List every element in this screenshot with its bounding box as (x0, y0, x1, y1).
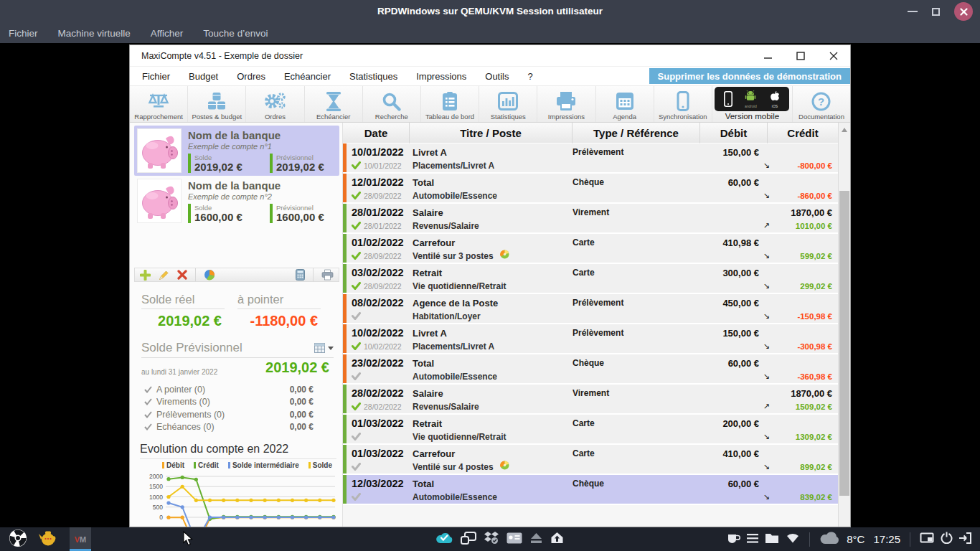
toolbar-rapprochement[interactable]: Rapprochement (130, 86, 188, 122)
transaction-row[interactable]: 10/02/2022 10/02/2022 Livret A Placement… (343, 324, 838, 354)
vm-menu-machine-virtuelle[interactable]: Machine virtuelle (58, 28, 131, 39)
clock-label[interactable]: 17:25 (873, 533, 900, 545)
toolbar-impressions[interactable]: Impressions (537, 86, 595, 122)
pointed-check-icon[interactable] (352, 280, 361, 293)
transaction-row[interactable]: 28/01/2022 28/01/2022 Salaire Revenus/Sa… (343, 204, 838, 234)
weather-cloud-icon[interactable] (819, 531, 840, 547)
column-header-type[interactable]: Type / Référence (573, 123, 700, 143)
pointed-check-icon[interactable] (352, 370, 361, 383)
print-button[interactable] (321, 269, 334, 281)
toolbar-tableau-de-bord[interactable]: Tableau de bord (421, 86, 479, 122)
virt-manager-taskbar-item[interactable]: VM (70, 527, 91, 551)
column-header-date[interactable]: Date (343, 123, 410, 143)
menu-fichier[interactable]: Fichier (133, 71, 179, 82)
transaction-row[interactable]: 12/01/2022 28/09/2022 Total Automobile/E… (343, 174, 838, 204)
add-account-button[interactable] (140, 270, 151, 281)
transaction-row[interactable]: 01/03/2022 Retrait Vie quotidienne/Retra… (343, 415, 838, 445)
app-titlebar[interactable]: MaxiCompte v4.51 - Exemple de dossier (130, 45, 850, 67)
menu-aide[interactable]: ? (519, 71, 542, 82)
repartition-button[interactable] (204, 269, 215, 281)
svg-text:500: 500 (153, 504, 163, 511)
pointed-check-icon[interactable] (352, 159, 361, 172)
vm-menu-touche-envoi[interactable]: Touche d’envoi (203, 28, 268, 39)
vm-menu-fichier[interactable]: Fichier (9, 28, 38, 39)
toolbar-statistiques[interactable]: Statistiques (479, 86, 537, 122)
column-header-credit[interactable]: Crédit (768, 123, 838, 143)
account-name: Nom de la banque (188, 129, 341, 141)
transaction-row[interactable]: 10/01/2022 10/01/2022 Livret A Placement… (343, 143, 838, 174)
menu-budget[interactable]: Budget (179, 71, 227, 82)
transaction-row[interactable]: 01/02/2022 28/09/2022 Carrefour Ventilé … (343, 234, 838, 264)
displays-tray-icon[interactable] (461, 532, 476, 547)
toolbar-version-mobile[interactable]: android iOS Version mobile (712, 86, 793, 122)
column-header-titre[interactable]: Titre / Poste (410, 123, 573, 143)
date-picker-button[interactable] (314, 343, 334, 353)
power-icon[interactable] (941, 532, 953, 547)
toolbar-ordres[interactable]: Ordres (246, 86, 304, 122)
delete-demo-data-button[interactable]: Supprimer les données de démonstration (649, 68, 850, 84)
pointed-check-icon[interactable] (352, 220, 361, 232)
utilities-teapot-icon[interactable] (39, 530, 58, 549)
pointed-check-icon[interactable] (352, 310, 361, 323)
menu-impressions[interactable]: Impressions (407, 71, 476, 82)
toolbar-echeancier[interactable]: Echéancier (305, 86, 363, 122)
eject-tray-icon[interactable] (530, 532, 542, 547)
panel-settings-icon[interactable] (920, 532, 934, 546)
coffee-tray-icon[interactable] (727, 533, 740, 546)
pointed-check-icon[interactable] (352, 400, 361, 413)
menu-ordres[interactable]: Ordres (227, 71, 275, 82)
toolbar-postes-budget[interactable]: Postes & budget (188, 86, 246, 122)
pointed-check-icon[interactable] (352, 340, 361, 353)
menu-statistiques[interactable]: Statistiques (340, 71, 407, 82)
contact-card-tray-icon[interactable] (507, 532, 522, 547)
solde-previsionnel-label: Solde Prévisionnel (141, 341, 314, 355)
transaction-row[interactable]: 03/02/2022 28/09/2022 Retrait Vie quotid… (343, 264, 838, 294)
home-upload-tray-icon[interactable] (550, 532, 564, 547)
transaction-type: Chèque (573, 354, 700, 383)
scrollbar-thumb[interactable] (839, 191, 849, 496)
toolbar-synchronisation[interactable]: Synchronisation (654, 86, 712, 122)
pointed-check-icon[interactable] (352, 250, 361, 263)
toolbar-recherche[interactable]: Recherche (363, 86, 421, 122)
account-item-2[interactable]: Nom de la banque Exemple de compte n°2 S… (134, 176, 339, 226)
scroll-up-arrow[interactable] (842, 128, 847, 132)
account-item-1[interactable]: Nom de la banque Exemple de compte n°1 S… (134, 126, 339, 176)
transaction-row[interactable]: 28/02/2022 28/02/2022 Salaire Revenus/Sa… (343, 385, 838, 415)
wifi-tray-icon[interactable] (786, 532, 800, 546)
transaction-date: 10/02/2022 (352, 327, 410, 339)
app-close-button[interactable] (817, 45, 850, 67)
column-header-debit[interactable]: Débit (700, 123, 768, 143)
table-scrollbar[interactable] (838, 123, 850, 527)
toolbar-documentation[interactable]: ? Documentation (793, 86, 850, 122)
toolbar-agenda[interactable]: Agenda (596, 86, 654, 122)
pointed-check-icon[interactable] (352, 461, 361, 474)
transaction-row[interactable]: 12/03/2022 Total Automobile/Essence (343, 475, 838, 505)
app-launcher-icon[interactable] (9, 529, 27, 550)
transaction-row[interactable]: 08/02/2022 Agence de la Poste Habitation… (343, 294, 838, 324)
app-maximize-button[interactable] (784, 45, 817, 67)
logout-icon[interactable] (959, 532, 971, 547)
app-minimize-button[interactable] (751, 45, 784, 67)
delete-account-button[interactable] (177, 270, 187, 280)
cloud-sync-tray-icon[interactable] (435, 532, 453, 547)
pointed-check-icon[interactable] (352, 189, 361, 202)
vm-close-button[interactable] (954, 2, 973, 21)
pointed-check-icon[interactable] (352, 491, 361, 504)
vm-menu-afficher[interactable]: Afficher (151, 28, 184, 39)
files-tray-icon[interactable] (765, 532, 779, 547)
dropbox-tray-icon[interactable] (484, 532, 499, 547)
transaction-title: Livret A (413, 147, 573, 158)
transaction-title: Total (413, 358, 573, 369)
edit-account-button[interactable] (159, 270, 169, 281)
menu-outils[interactable]: Outils (476, 71, 518, 82)
vm-minimize-button[interactable] (908, 11, 918, 12)
divider (910, 532, 910, 547)
vm-maximize-button[interactable] (932, 8, 940, 16)
menu-tray-icon[interactable] (747, 533, 758, 546)
calculator-button[interactable] (296, 269, 305, 281)
temperature-label[interactable]: 8°C (847, 533, 864, 545)
menu-echeancier[interactable]: Echéancier (275, 71, 340, 82)
pointed-check-icon[interactable] (352, 430, 361, 443)
transaction-row[interactable]: 01/03/2022 Carrefour Ventilé sur 4 poste… (343, 445, 838, 475)
transaction-row[interactable]: 23/02/2022 Total Automobile/Essence (343, 354, 838, 385)
